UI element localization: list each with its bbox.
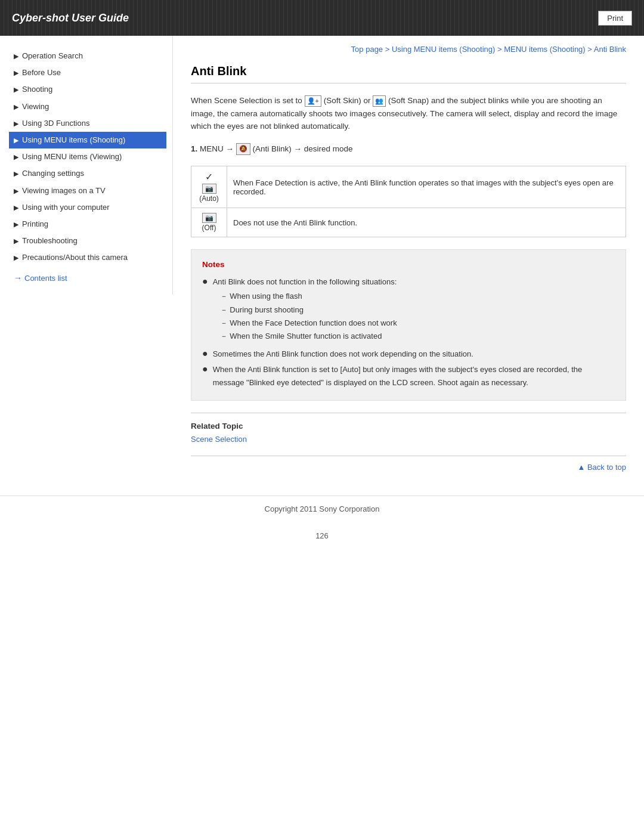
main-content: Top page > Using MENU items (Shooting) >…	[173, 36, 644, 496]
sidebar-item-label: Operation Search	[22, 51, 83, 61]
arrow-icon: ▶	[14, 119, 18, 128]
list-item: ● Anti Blink does not function in the fo…	[202, 275, 615, 345]
sidebar-item[interactable]: ▶Precautions/About this camera	[9, 249, 166, 266]
off-icon: 📷	[202, 213, 216, 223]
sidebar-item[interactable]: ▶Using MENU items (Viewing)	[9, 148, 166, 165]
breadcrumb: Top page > Using MENU items (Shooting) >…	[191, 45, 626, 54]
sidebar-item[interactable]: ▶Operation Search	[9, 48, 166, 64]
arrow-icon: ▶	[14, 169, 18, 178]
breadcrumb-top[interactable]: Top page	[351, 45, 383, 54]
sidebar-item[interactable]: ▶Viewing images on a TV	[9, 182, 166, 199]
sidebar-item[interactable]: ▶Before Use	[9, 64, 166, 81]
contents-list-link[interactable]: →Contents list	[9, 273, 166, 283]
check-cell: ✓ 📷 (Auto)	[191, 166, 227, 208]
app-title: Cyber-shot User Guide	[12, 12, 129, 24]
breadcrumb-part2[interactable]: MENU items (Shooting)	[504, 45, 586, 54]
arrow-icon: ▶	[14, 253, 18, 262]
sidebar-item-label: Using MENU items (Shooting)	[22, 135, 125, 145]
auto-description: When Face Detection is active, the Anti …	[227, 166, 626, 208]
notes-title: Notes	[202, 258, 615, 272]
sidebar: ▶Operation Search▶Before Use▶Shooting▶Vi…	[0, 36, 173, 295]
list-item: When using the flash	[213, 290, 397, 303]
table-row: ✓ 📷 (Auto) When Face Detection is active…	[191, 166, 626, 208]
header: Cyber-shot User Guide Print	[0, 0, 644, 36]
sidebar-item[interactable]: ▶Printing	[9, 216, 166, 233]
sidebar-item[interactable]: ▶Shooting	[9, 81, 166, 98]
sidebar-item-label: Before Use	[22, 67, 61, 78]
list-item: When the Face Detection function does no…	[213, 317, 397, 330]
arrow-right-icon: →	[14, 273, 22, 283]
notes-list: ● Anti Blink does not function in the fo…	[202, 275, 615, 389]
arrow-icon: ▶	[14, 187, 18, 196]
sidebar-item-label: Troubleshooting	[22, 236, 78, 246]
related-topic-section: Related Topic Scene Selection	[191, 413, 626, 444]
bullet-icon: ●	[202, 364, 208, 374]
related-topic-title: Related Topic	[191, 422, 626, 431]
step-1: 1. MENU → 🔕 (Anti Blink) → desired mode	[191, 143, 626, 156]
list-item: ● When the Anti Blink function is set to…	[202, 363, 615, 389]
breadcrumb-current: Anti Blink	[594, 45, 626, 54]
auto-icon: 📷	[202, 184, 216, 194]
sidebar-item-label: Printing	[22, 219, 48, 230]
arrow-icon: ▶	[14, 136, 18, 145]
sidebar-item-label: Viewing images on a TV	[22, 185, 106, 196]
print-button[interactable]: Print	[598, 11, 632, 26]
sidebar-item-label: Precautions/About this camera	[22, 252, 128, 263]
anti-blink-icon: 🔕	[236, 143, 250, 155]
soft-skin-icon: 👤+	[305, 95, 321, 107]
sidebar-item-label: Viewing	[22, 101, 49, 112]
table-row: 📷 (Off) Does not use the Anti Blink func…	[191, 208, 626, 237]
page-title: Anti Blink	[191, 64, 626, 83]
copyright-text: Copyright 2011 Sony Corporation	[265, 504, 380, 513]
arrow-icon: ▶	[14, 52, 18, 61]
step-number: 1.	[191, 144, 197, 153]
off-description: Does not use the Anti Blink function.	[227, 208, 626, 237]
sidebar-item[interactable]: ▶Using MENU items (Shooting)	[9, 132, 166, 148]
back-to-top-row: Back to top	[191, 456, 626, 478]
off-icon-cell: 📷 (Off)	[191, 208, 227, 237]
sidebar-item[interactable]: ▶Viewing	[9, 98, 166, 115]
arrow-icon: ▶	[14, 203, 18, 212]
arrow-icon: ▶	[14, 69, 18, 78]
sidebar-item-label: Using 3D Functions	[22, 118, 89, 129]
sidebar-item[interactable]: ▶Troubleshooting	[9, 233, 166, 249]
page-number: 126	[0, 525, 644, 558]
note-text: Sometimes the Anti Blink function does n…	[213, 348, 473, 361]
bullet-icon: ●	[202, 277, 208, 286]
arrow-icon: ▶	[14, 220, 18, 229]
arrow-icon: ▶	[14, 237, 18, 246]
back-to-top-link[interactable]: Back to top	[577, 463, 626, 472]
function-table: ✓ 📷 (Auto) When Face Detection is active…	[191, 166, 626, 237]
contents-list-label: Contents list	[24, 274, 67, 283]
sidebar-item[interactable]: ▶Using with your computer	[9, 199, 166, 216]
checkmark-icon: ✓	[205, 172, 213, 182]
list-item: ● Sometimes the Anti Blink function does…	[202, 348, 615, 361]
list-item: During burst shooting	[213, 304, 397, 317]
note-text: When the Anti Blink function is set to […	[213, 363, 615, 389]
breadcrumb-part1[interactable]: Using MENU items (Shooting)	[392, 45, 495, 54]
arrow-icon: ▶	[14, 153, 18, 162]
sidebar-item-label: Using MENU items (Viewing)	[22, 151, 122, 162]
page-layout: ▶Operation Search▶Before Use▶Shooting▶Vi…	[0, 36, 644, 496]
list-item: When the Smile Shutter function is activ…	[213, 330, 397, 343]
sidebar-item[interactable]: ▶Using 3D Functions	[9, 115, 166, 132]
notes-section: Notes ● Anti Blink does not function in …	[191, 249, 626, 401]
scene-selection-link[interactable]: Scene Selection	[191, 435, 247, 444]
sidebar-item-label: Using with your computer	[22, 202, 110, 213]
sidebar-item-label: Changing settings	[22, 168, 84, 179]
soft-snap-icon: 👥	[373, 95, 386, 107]
page-description: When Scene Selection is set to 👤+ (Soft …	[191, 94, 626, 133]
sub-list: When using the flash During burst shooti…	[213, 290, 397, 342]
sidebar-item[interactable]: ▶Changing settings	[9, 165, 166, 182]
sidebar-item-label: Shooting	[22, 84, 52, 95]
arrow-icon: ▶	[14, 85, 18, 94]
bullet-icon: ●	[202, 349, 208, 358]
note-text: Anti Blink does not function in the foll…	[213, 275, 397, 345]
footer: Copyright 2011 Sony Corporation	[0, 496, 644, 525]
arrow-icon: ▶	[14, 103, 18, 112]
